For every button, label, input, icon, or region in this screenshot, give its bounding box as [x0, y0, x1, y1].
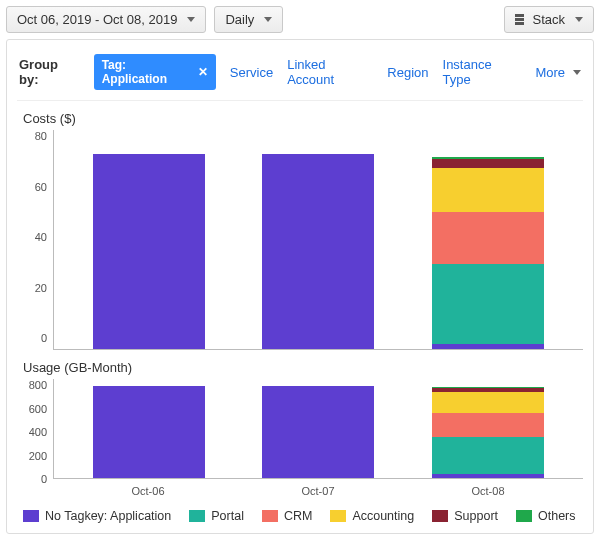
group-option[interactable]: Service	[230, 65, 273, 80]
bar-segment[interactable]	[432, 474, 544, 478]
bar-segment[interactable]	[262, 386, 374, 479]
chevron-down-icon	[573, 70, 581, 75]
chart-mode-picker[interactable]: Stack	[504, 6, 594, 33]
y-tick: 800	[29, 379, 47, 391]
legend-item[interactable]: Accounting	[330, 509, 414, 523]
legend-label: CRM	[284, 509, 312, 523]
y-axis: 806040200	[17, 130, 51, 344]
bar-segment[interactable]	[432, 168, 544, 212]
chart: 806040200	[17, 130, 583, 358]
legend-swatch	[262, 510, 278, 522]
chevron-down-icon	[187, 17, 195, 22]
y-tick: 20	[35, 282, 47, 294]
legend-swatch	[330, 510, 346, 522]
stacked-bar[interactable]	[93, 386, 205, 479]
plot-area	[53, 130, 583, 350]
close-icon[interactable]: ✕	[198, 65, 208, 79]
active-group-tag[interactable]: Tag: Application ✕	[94, 54, 216, 90]
y-tick: 40	[35, 231, 47, 243]
bar-segment[interactable]	[262, 154, 374, 349]
date-range-label: Oct 06, 2019 - Oct 08, 2019	[17, 12, 177, 27]
granularity-picker[interactable]: Daily	[214, 6, 283, 33]
group-option[interactable]: Instance Type	[443, 57, 522, 87]
x-axis: Oct-06Oct-07Oct-08	[53, 479, 583, 499]
chevron-down-icon	[575, 17, 583, 22]
legend-swatch	[189, 510, 205, 522]
group-option[interactable]: Region	[387, 65, 428, 80]
bar-segment[interactable]	[432, 212, 544, 264]
group-option[interactable]: Linked Account	[287, 57, 373, 87]
bar-segment[interactable]	[432, 437, 544, 475]
x-tick: Oct-08	[471, 485, 504, 497]
top-toolbar: Oct 06, 2019 - Oct 08, 2019 Daily Stack	[0, 0, 600, 39]
legend-label: Support	[454, 509, 498, 523]
active-group-tag-label: Tag: Application	[102, 58, 192, 86]
granularity-label: Daily	[225, 12, 254, 27]
chevron-down-icon	[264, 17, 272, 22]
y-tick: 200	[29, 450, 47, 462]
legend-item[interactable]: No Tagkey: Application	[23, 509, 171, 523]
stacked-bar[interactable]	[432, 157, 544, 350]
x-tick: Oct-06	[131, 485, 164, 497]
bar-segment[interactable]	[432, 413, 544, 437]
legend-item[interactable]: Others	[516, 509, 576, 523]
chart-title: Usage (GB-Month)	[17, 358, 583, 379]
bar-segment[interactable]	[432, 159, 544, 167]
chart-legend: No Tagkey: ApplicationPortalCRMAccountin…	[17, 499, 583, 525]
x-tick: Oct-07	[301, 485, 334, 497]
plot-area	[53, 379, 583, 479]
group-by-bar: Group by: Tag: Application ✕ ServiceLink…	[17, 50, 583, 101]
legend-swatch	[432, 510, 448, 522]
legend-label: Accounting	[352, 509, 414, 523]
stack-icon	[515, 14, 524, 25]
legend-item[interactable]: CRM	[262, 509, 312, 523]
date-range-picker[interactable]: Oct 06, 2019 - Oct 08, 2019	[6, 6, 206, 33]
chart-title: Costs ($)	[17, 109, 583, 130]
legend-label: Portal	[211, 509, 244, 523]
legend-item[interactable]: Support	[432, 509, 498, 523]
y-tick: 80	[35, 130, 47, 142]
bar-segment[interactable]	[93, 386, 205, 479]
y-tick: 0	[41, 473, 47, 485]
stacked-bar[interactable]	[93, 154, 205, 349]
y-tick: 400	[29, 426, 47, 438]
stacked-bar[interactable]	[262, 154, 374, 349]
group-more[interactable]: More	[535, 65, 581, 80]
y-tick: 600	[29, 403, 47, 415]
legend-item[interactable]: Portal	[189, 509, 244, 523]
bar-segment[interactable]	[93, 154, 205, 349]
legend-label: No Tagkey: Application	[45, 509, 171, 523]
more-label: More	[535, 65, 565, 80]
y-tick: 60	[35, 181, 47, 193]
y-tick: 0	[41, 332, 47, 344]
legend-label: Others	[538, 509, 576, 523]
stacked-bar[interactable]	[432, 387, 544, 478]
chart: 8006004002000Oct-06Oct-07Oct-08	[17, 379, 583, 499]
legend-swatch	[516, 510, 532, 522]
stack-label: Stack	[532, 12, 565, 27]
bar-segment[interactable]	[432, 392, 544, 413]
y-axis: 8006004002000	[17, 379, 51, 485]
cost-explorer-panel: Group by: Tag: Application ✕ ServiceLink…	[6, 39, 594, 534]
legend-swatch	[23, 510, 39, 522]
stacked-bar[interactable]	[262, 386, 374, 479]
group-by-label: Group by:	[19, 57, 80, 87]
bar-segment[interactable]	[432, 264, 544, 344]
bar-segment[interactable]	[432, 344, 544, 350]
